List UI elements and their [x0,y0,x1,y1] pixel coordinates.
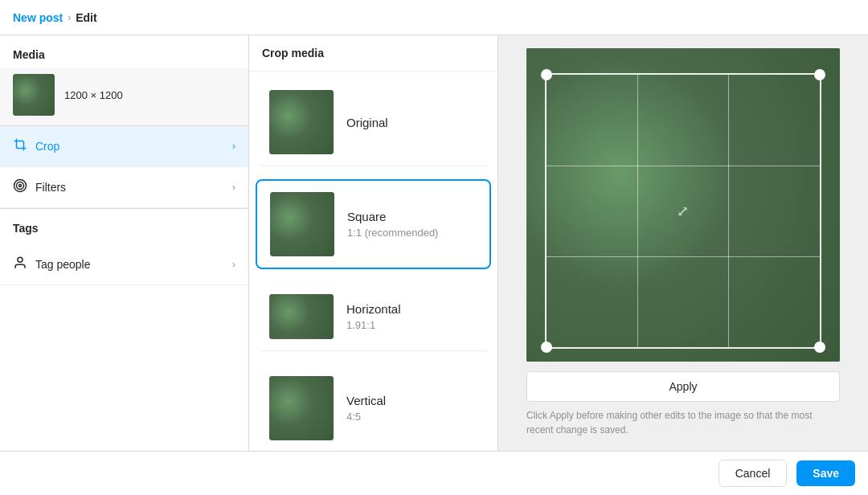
grid-line-h1 [547,166,819,166]
crop-option-vertical[interactable]: Vertical 4:5 [256,364,491,451]
apply-area: Apply Click Apply before making other ed… [526,371,840,437]
tag-people-chevron-icon: › [232,259,235,270]
grid-line-v2 [728,75,729,347]
move-icon: ⤢ [677,202,689,220]
horizontal-info: Horizontal 1.91:1 [346,302,401,331]
original-info: Original [346,116,388,129]
svg-point-2 [19,185,22,187]
middle-panel: Crop media Original Square 1:1 (recommen… [249,35,498,451]
top-bar: New post › Edit [0,0,868,35]
corner-handle-bl[interactable] [541,342,552,353]
horizontal-thumb [269,294,334,339]
bottom-bar: Cancel Save [0,451,868,495]
horizontal-name: Horizontal [346,302,401,316]
crop-option-original[interactable]: Original [256,78,491,166]
vertical-thumb [269,376,334,440]
menu-item-filters-left: Filters [13,178,66,196]
breadcrumb-edit: Edit [76,11,96,24]
apply-hint: Click Apply before making other edits to… [526,408,840,437]
crop-option-horizontal[interactable]: Horizontal 1.91:1 [256,282,491,351]
tag-people-label: Tag people [35,258,91,271]
horizontal-ratio: 1.91:1 [346,319,401,331]
menu-item-crop-left: Crop [13,137,59,155]
svg-point-3 [18,257,23,262]
breadcrumb-new-post[interactable]: New post [13,11,63,24]
vertical-info: Vertical 4:5 [346,394,386,423]
crop-media-title: Crop media [249,35,497,72]
person-icon [13,256,27,273]
left-panel: Media 1200 × 1200 Crop › [0,35,249,451]
grid-line-v1 [637,75,638,347]
right-panel: ⤢ Apply Click Apply before making other … [498,35,868,451]
filters-chevron-icon: › [232,182,235,193]
crop-label: Crop [35,140,59,153]
menu-item-tag-people-left: Tag people [13,256,91,273]
square-thumb [270,192,334,256]
breadcrumb: New post › Edit [13,11,97,24]
apply-button[interactable]: Apply [526,371,840,402]
tags-section: Tags [0,209,248,244]
preview-image-container: ⤢ [526,48,840,362]
media-thumbnail [13,74,55,116]
media-dimension: 1200 × 1200 [64,89,123,101]
menu-item-crop[interactable]: Crop › [0,126,248,167]
vertical-name: Vertical [346,394,386,407]
menu-item-filters[interactable]: Filters › [0,167,248,208]
square-ratio: 1:1 (recommended) [347,227,438,239]
save-button[interactable]: Save [796,460,855,486]
vertical-ratio: 4:5 [346,411,386,423]
filters-label: Filters [35,181,66,194]
crop-chevron-icon: › [232,141,235,152]
preview-image: ⤢ [526,48,840,362]
menu-item-tag-people[interactable]: Tag people › [0,244,248,285]
square-thumb-image [270,192,334,256]
original-thumb-image [269,90,334,154]
media-section-title: Media [0,35,248,68]
media-thumb-image [13,74,55,116]
tags-title: Tags [13,222,235,235]
square-info: Square 1:1 (recommended) [347,210,438,239]
filters-icon [13,178,27,196]
cancel-button[interactable]: Cancel [719,460,788,487]
horizontal-thumb-image [269,294,334,339]
breadcrumb-separator: › [68,12,71,23]
crop-overlay[interactable]: ⤢ [545,73,821,349]
corner-handle-tr[interactable] [814,69,825,80]
grid-line-h2 [547,256,819,257]
square-name: Square [347,210,438,223]
crop-option-square[interactable]: Square 1:1 (recommended) [256,179,491,269]
original-thumb [269,90,334,154]
crop-icon [13,137,27,155]
vertical-thumb-image [269,376,334,440]
corner-handle-br[interactable] [814,342,825,353]
svg-point-1 [17,182,24,190]
original-name: Original [346,116,388,129]
main-content: Media 1200 × 1200 Crop › [0,35,868,451]
media-preview-area: 1200 × 1200 [0,68,248,125]
